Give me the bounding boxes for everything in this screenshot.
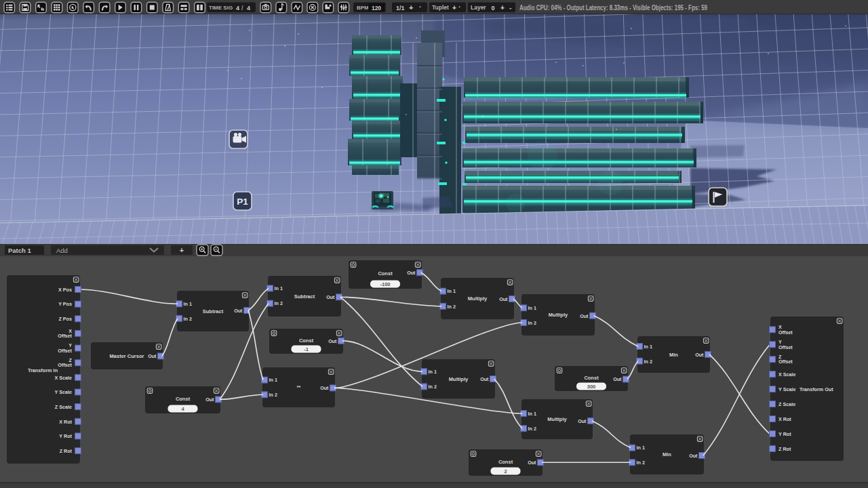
svg-text:Out: Out [580, 313, 589, 319]
svg-text:Z Scale: Z Scale [778, 401, 795, 407]
svg-text:Const: Const [299, 338, 314, 344]
svg-text:300: 300 [587, 384, 596, 390]
svg-text:Offset: Offset [58, 348, 72, 354]
svg-text:2: 2 [504, 468, 507, 474]
svg-text:Out: Out [480, 376, 489, 382]
svg-text:Out: Out [320, 385, 329, 391]
svg-text:In 1: In 1 [528, 411, 536, 417]
svg-text:**: ** [297, 385, 301, 390]
svg-text:Offset: Offset [778, 359, 793, 365]
svg-text:Multiply: Multiply [449, 376, 469, 382]
svg-text:120: 120 [372, 5, 381, 12]
svg-text:Out: Out [613, 376, 622, 382]
svg-text:+: + [500, 4, 505, 12]
svg-text:Out: Out [328, 338, 337, 344]
svg-text:BPM: BPM [357, 5, 369, 11]
svg-text:In 2: In 2 [275, 300, 283, 306]
svg-text:X Rot: X Rot [59, 419, 72, 425]
svg-text:Out: Out [499, 296, 508, 302]
svg-text:0: 0 [491, 5, 494, 12]
svg-text:In 1: In 1 [275, 285, 283, 291]
svg-text:In 1: In 1 [644, 344, 652, 350]
svg-text:+: + [452, 4, 456, 12]
svg-text:Min: Min [663, 451, 671, 458]
svg-text:In 2: In 2 [644, 359, 652, 365]
svg-text:·: · [419, 3, 422, 11]
svg-text:Z Scale: Z Scale [55, 404, 72, 410]
svg-text:Out: Out [205, 396, 214, 403]
svg-text:Out: Out [326, 294, 335, 300]
svg-text:Z Pos: Z Pos [58, 316, 72, 322]
svg-text:Const: Const [378, 270, 393, 277]
svg-text:Offset: Offset [58, 362, 72, 368]
svg-text:Out: Out [148, 353, 157, 359]
svg-text:Out: Out [407, 270, 416, 276]
svg-text:Multiply: Multiply [468, 296, 488, 302]
svg-text:Audio CPU: 04% - Output Latenc: Audio CPU: 04% - Output Latency: 8.33ms … [519, 3, 707, 12]
svg-text:Subtract: Subtract [294, 293, 315, 300]
svg-text:-: - [509, 3, 512, 12]
svg-text:4: 4 [247, 5, 250, 12]
svg-text:Out: Out [234, 308, 243, 314]
svg-text:TIME SIG: TIME SIG [209, 5, 233, 11]
svg-text:In 2: In 2 [269, 392, 277, 398]
svg-text:In 1: In 1 [429, 369, 437, 375]
svg-text:Const: Const [584, 375, 599, 381]
svg-text:Min: Min [669, 352, 678, 358]
svg-text:-100: -100 [380, 281, 390, 287]
svg-text:Out: Out [695, 352, 704, 358]
svg-text:In 1: In 1 [269, 377, 277, 383]
svg-text:Multiply: Multiply [547, 416, 567, 422]
svg-text:Z Rot: Z Rot [778, 446, 791, 452]
svg-text:Layer: Layer [471, 4, 486, 11]
svg-text:In 2: In 2 [448, 304, 456, 310]
svg-text:+: + [409, 3, 413, 12]
svg-text:Offset: Offset [58, 333, 72, 339]
svg-text:Transform Out: Transform Out [800, 386, 833, 392]
svg-text:X Rot: X Rot [778, 416, 791, 422]
svg-text:4: 4 [236, 5, 239, 12]
svg-text:+: + [180, 246, 184, 254]
svg-text:Y Rot: Y Rot [778, 431, 791, 437]
svg-text:In 2: In 2 [528, 426, 536, 432]
svg-text:X Scale: X Scale [54, 375, 72, 381]
svg-text:Tuplet: Tuplet [432, 4, 449, 11]
svg-text:In 1: In 1 [448, 288, 456, 294]
svg-text:Patch 1: Patch 1 [8, 247, 32, 254]
svg-text:Const: Const [498, 459, 513, 465]
svg-text:Const: Const [176, 396, 191, 402]
svg-text:Transform In: Transform In [28, 367, 58, 373]
svg-text:In 2: In 2 [637, 460, 645, 466]
svg-text:Add: Add [56, 247, 68, 254]
svg-text:Subtract: Subtract [203, 308, 224, 314]
svg-text:In 1: In 1 [637, 445, 645, 451]
svg-text:-1: -1 [304, 346, 309, 352]
svg-text:Y Scale: Y Scale [55, 389, 72, 395]
svg-text:1/1: 1/1 [396, 5, 405, 12]
svg-text:Out: Out [528, 460, 536, 466]
svg-text:Offset: Offset [778, 344, 793, 350]
svg-text:Z Rot: Z Rot [60, 448, 73, 454]
svg-text:Y Pos: Y Pos [58, 301, 72, 307]
svg-text:In 1: In 1 [528, 305, 536, 311]
svg-text:Y Rot: Y Rot [59, 433, 72, 439]
svg-text:Out: Out [689, 453, 698, 459]
svg-text:In 1: In 1 [184, 301, 192, 307]
svg-text:Offset: Offset [778, 329, 793, 336]
svg-text:Y Scale: Y Scale [778, 386, 795, 392]
svg-text:Out: Out [578, 418, 587, 424]
svg-text:·: · [458, 3, 461, 11]
svg-text:X Scale: X Scale [778, 371, 796, 378]
svg-text:Multiply: Multiply [549, 312, 568, 318]
svg-text:In 2: In 2 [528, 320, 536, 326]
svg-text:In 2: In 2 [184, 316, 192, 322]
svg-text:Master Cursor: Master Cursor [110, 353, 144, 359]
svg-text:In 2: In 2 [429, 384, 437, 390]
svg-text:P1: P1 [237, 197, 248, 207]
svg-text:X Pos: X Pos [58, 287, 72, 293]
